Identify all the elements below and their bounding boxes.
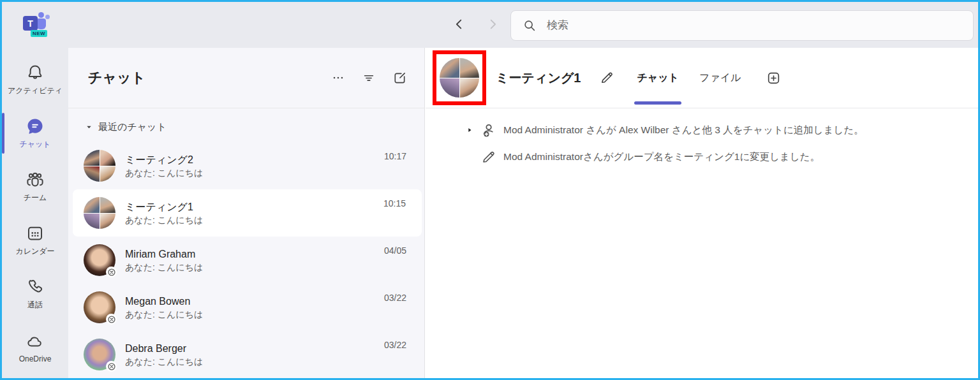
chat-header: ミーティング1 チャット ファイル — [426, 48, 978, 108]
top-bar: T NEW — [2, 2, 978, 48]
chat-preview: あなた: こんにちは — [125, 167, 384, 179]
teams-logo-square: T — [23, 16, 38, 31]
new-badge: NEW — [31, 30, 47, 37]
rail-item-calendar[interactable]: カレンダー — [2, 217, 68, 263]
chat-preview: あなた: こんにちは — [125, 214, 383, 226]
chat-rows: ミーティング2 あなた: こんにちは 10:17 ミーティング1 あなた: こん… — [68, 142, 424, 378]
rail-label-onedrive: OneDrive — [19, 354, 52, 363]
app-rail: アクティビティ チャット チーム カレンダー 通話 — [2, 48, 68, 378]
chat-name: Megan Bowen — [125, 294, 384, 309]
rail-label-teams: チーム — [24, 193, 47, 203]
chat-row-debra-berger[interactable]: Debra Berger あなた: こんにちは 03/22 — [68, 331, 424, 378]
chat-row-meeting2[interactable]: ミーティング2 あなた: こんにちは 10:17 — [68, 142, 424, 189]
chat-icon — [26, 117, 45, 136]
chat-preview: あなた: こんにちは — [125, 309, 384, 321]
search-bar[interactable] — [510, 10, 974, 41]
teams-logo: T NEW — [23, 11, 54, 39]
recent-chats-section-label: 最近のチャット — [98, 121, 167, 133]
recent-chats-section-toggle[interactable]: 最近のチャット — [68, 108, 424, 142]
filter-icon — [362, 71, 376, 85]
group-avatar — [84, 150, 115, 182]
teams-logo-person-body — [36, 18, 46, 29]
rail-item-activity[interactable]: アクティビティ — [2, 57, 68, 103]
rail-item-teams[interactable]: チーム — [2, 164, 68, 210]
chat-row-meeting1[interactable]: ミーティング1 あなた: こんにちは 10:15 — [73, 189, 422, 237]
people-icon — [26, 170, 45, 189]
chat-timestamp: 10:17 — [384, 151, 406, 161]
person-add-icon — [479, 121, 498, 140]
tab-files[interactable]: ファイル — [689, 48, 752, 108]
rail-item-calls[interactable]: 通話 — [2, 271, 68, 317]
compose-icon — [392, 71, 407, 85]
rename-chat-button[interactable] — [596, 67, 618, 89]
main-chat-panel: ミーティング1 チャット ファイル — [426, 48, 978, 378]
chevron-right-icon — [486, 17, 500, 31]
cloud-icon — [26, 332, 45, 351]
chat-name: ミーティング2 — [125, 152, 384, 167]
group-avatar-button[interactable] — [440, 58, 479, 98]
chevron-left-icon — [452, 17, 466, 31]
rail-label-calls: 通話 — [27, 300, 43, 311]
more-ellipsis-icon — [331, 71, 345, 85]
chat-list-title: チャット — [88, 68, 318, 87]
more-options-button[interactable] — [327, 67, 349, 89]
chat-title: ミーティング1 — [496, 69, 581, 87]
back-button[interactable] — [449, 13, 470, 35]
add-tab-button[interactable] — [762, 67, 784, 89]
system-message-text: Mod Administratorさんがグループ名をミーティング1に変更しました… — [503, 150, 820, 164]
presence-offline-icon — [106, 314, 117, 325]
forward-button[interactable] — [482, 13, 503, 35]
rail-label-chat: チャット — [19, 139, 50, 150]
chat-preview: あなた: こんにちは — [125, 261, 384, 274]
plus-square-icon — [766, 70, 782, 86]
chat-list-panel: チャット 最近のチャット — [68, 48, 425, 378]
bell-icon — [26, 63, 45, 82]
chat-timestamp: 10:15 — [383, 198, 406, 208]
edit-pencil-icon — [479, 147, 498, 166]
chat-name: Debra Berger — [125, 341, 384, 356]
chat-name: Miriam Graham — [125, 247, 384, 261]
system-message-added: Mod Administrator さんが Alex Wilber さんと他 3… — [426, 117, 978, 143]
teams-logo-person-head-2 — [45, 15, 50, 19]
chat-row-miriam-graham[interactable]: Miriam Graham あなた: こんにちは 04/05 — [68, 237, 424, 284]
expand-caret-button[interactable] — [461, 122, 478, 138]
chevron-down-icon — [85, 124, 93, 131]
rail-label-activity: アクティビティ — [8, 85, 63, 96]
red-highlight-annotation — [433, 50, 486, 105]
teams-window: T NEW アクテ — [0, 0, 980, 380]
chat-preview: あなた: こんにちは — [125, 356, 384, 368]
chat-list-header: チャット — [68, 48, 424, 108]
rail-label-calendar: カレンダー — [15, 246, 54, 257]
chat-timestamp: 03/22 — [384, 340, 406, 350]
rail-item-onedrive[interactable]: OneDrive — [2, 325, 68, 370]
phone-icon — [26, 277, 45, 296]
system-messages: Mod Administrator さんが Alex Wilber さんと他 3… — [426, 108, 978, 170]
chat-timestamp: 03/22 — [384, 293, 406, 303]
system-message-renamed: Mod Administratorさんがグループ名をミーティング1に変更しました… — [426, 143, 978, 170]
calendar-icon — [26, 224, 45, 243]
edit-pencil-icon — [599, 70, 614, 85]
new-chat-button[interactable] — [389, 67, 410, 89]
chat-timestamp: 04/05 — [384, 245, 406, 256]
filter-button[interactable] — [358, 67, 380, 89]
tab-chat[interactable]: チャット — [627, 48, 689, 108]
chat-tabs: チャット ファイル — [627, 48, 751, 108]
search-input[interactable] — [547, 19, 930, 32]
person-avatar — [84, 244, 115, 276]
chat-row-megan-bowen[interactable]: Megan Bowen あなた: こんにちは 03/22 — [68, 284, 424, 331]
rail-item-chat[interactable]: チャット — [2, 110, 68, 156]
presence-offline-icon — [106, 267, 117, 277]
caret-spacer — [461, 149, 478, 165]
presence-offline-icon — [106, 361, 117, 372]
teams-logo-person-head — [38, 12, 44, 18]
person-avatar — [84, 339, 115, 370]
group-avatar — [84, 197, 115, 229]
person-avatar — [84, 291, 115, 323]
search-icon — [523, 18, 537, 33]
system-message-text: Mod Administrator さんが Alex Wilber さんと他 3… — [503, 124, 864, 137]
chat-name: ミーティング1 — [125, 200, 383, 214]
